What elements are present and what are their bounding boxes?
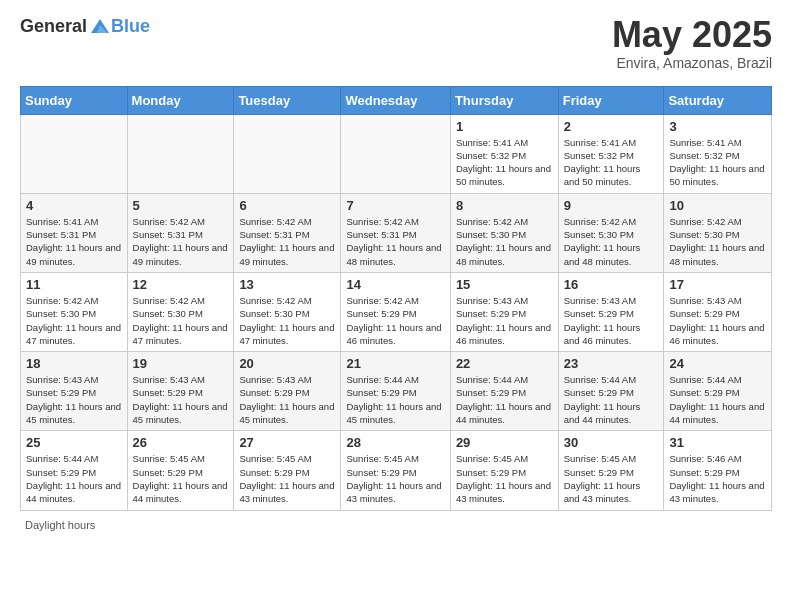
day-number: 18 xyxy=(26,356,122,371)
main-title: May 2025 xyxy=(612,15,772,55)
day-number: 13 xyxy=(239,277,335,292)
day-number: 24 xyxy=(669,356,766,371)
calendar-cell: 5Sunrise: 5:42 AM Sunset: 5:31 PM Daylig… xyxy=(127,193,234,272)
calendar-cell: 14Sunrise: 5:42 AM Sunset: 5:29 PM Dayli… xyxy=(341,272,450,351)
day-info: Sunrise: 5:42 AM Sunset: 5:31 PM Dayligh… xyxy=(346,215,444,268)
day-number: 17 xyxy=(669,277,766,292)
day-number: 12 xyxy=(133,277,229,292)
day-number: 7 xyxy=(346,198,444,213)
day-info: Sunrise: 5:41 AM Sunset: 5:32 PM Dayligh… xyxy=(669,136,766,189)
day-number: 8 xyxy=(456,198,553,213)
day-info: Sunrise: 5:43 AM Sunset: 5:29 PM Dayligh… xyxy=(26,373,122,426)
day-info: Sunrise: 5:42 AM Sunset: 5:30 PM Dayligh… xyxy=(456,215,553,268)
day-number: 23 xyxy=(564,356,659,371)
calendar-cell xyxy=(127,114,234,193)
calendar-cell: 3Sunrise: 5:41 AM Sunset: 5:32 PM Daylig… xyxy=(664,114,772,193)
day-number: 31 xyxy=(669,435,766,450)
calendar-week-row: 1Sunrise: 5:41 AM Sunset: 5:32 PM Daylig… xyxy=(21,114,772,193)
day-number: 2 xyxy=(564,119,659,134)
calendar-cell: 25Sunrise: 5:44 AM Sunset: 5:29 PM Dayli… xyxy=(21,431,128,510)
day-number: 30 xyxy=(564,435,659,450)
day-info: Sunrise: 5:44 AM Sunset: 5:29 PM Dayligh… xyxy=(456,373,553,426)
calendar-week-row: 4Sunrise: 5:41 AM Sunset: 5:31 PM Daylig… xyxy=(21,193,772,272)
day-number: 26 xyxy=(133,435,229,450)
calendar-week-row: 25Sunrise: 5:44 AM Sunset: 5:29 PM Dayli… xyxy=(21,431,772,510)
logo-text-blue: Blue xyxy=(111,16,150,37)
day-number: 14 xyxy=(346,277,444,292)
day-number: 21 xyxy=(346,356,444,371)
calendar-cell: 4Sunrise: 5:41 AM Sunset: 5:31 PM Daylig… xyxy=(21,193,128,272)
day-info: Sunrise: 5:44 AM Sunset: 5:29 PM Dayligh… xyxy=(669,373,766,426)
day-info: Sunrise: 5:45 AM Sunset: 5:29 PM Dayligh… xyxy=(239,452,335,505)
calendar-day-header: Friday xyxy=(558,86,664,114)
calendar-cell xyxy=(234,114,341,193)
day-info: Sunrise: 5:43 AM Sunset: 5:29 PM Dayligh… xyxy=(564,294,659,347)
day-info: Sunrise: 5:45 AM Sunset: 5:29 PM Dayligh… xyxy=(133,452,229,505)
logo-text-general: General xyxy=(20,16,87,37)
day-info: Sunrise: 5:44 AM Sunset: 5:29 PM Dayligh… xyxy=(26,452,122,505)
day-info: Sunrise: 5:41 AM Sunset: 5:32 PM Dayligh… xyxy=(456,136,553,189)
calendar-cell: 23Sunrise: 5:44 AM Sunset: 5:29 PM Dayli… xyxy=(558,352,664,431)
page: General Blue May 2025 Envira, Amazonas, … xyxy=(0,0,792,546)
day-number: 16 xyxy=(564,277,659,292)
day-info: Sunrise: 5:41 AM Sunset: 5:32 PM Dayligh… xyxy=(564,136,659,189)
calendar-cell: 29Sunrise: 5:45 AM Sunset: 5:29 PM Dayli… xyxy=(450,431,558,510)
day-info: Sunrise: 5:43 AM Sunset: 5:29 PM Dayligh… xyxy=(239,373,335,426)
subtitle: Envira, Amazonas, Brazil xyxy=(612,55,772,71)
calendar-cell: 22Sunrise: 5:44 AM Sunset: 5:29 PM Dayli… xyxy=(450,352,558,431)
calendar-cell: 10Sunrise: 5:42 AM Sunset: 5:30 PM Dayli… xyxy=(664,193,772,272)
calendar-cell: 6Sunrise: 5:42 AM Sunset: 5:31 PM Daylig… xyxy=(234,193,341,272)
day-info: Sunrise: 5:42 AM Sunset: 5:31 PM Dayligh… xyxy=(239,215,335,268)
footer-text: Daylight hours xyxy=(25,519,95,531)
day-info: Sunrise: 5:43 AM Sunset: 5:29 PM Dayligh… xyxy=(133,373,229,426)
day-number: 22 xyxy=(456,356,553,371)
day-info: Sunrise: 5:42 AM Sunset: 5:29 PM Dayligh… xyxy=(346,294,444,347)
calendar-cell: 28Sunrise: 5:45 AM Sunset: 5:29 PM Dayli… xyxy=(341,431,450,510)
day-info: Sunrise: 5:41 AM Sunset: 5:31 PM Dayligh… xyxy=(26,215,122,268)
day-info: Sunrise: 5:44 AM Sunset: 5:29 PM Dayligh… xyxy=(564,373,659,426)
calendar-cell xyxy=(21,114,128,193)
day-info: Sunrise: 5:42 AM Sunset: 5:30 PM Dayligh… xyxy=(133,294,229,347)
calendar-cell: 8Sunrise: 5:42 AM Sunset: 5:30 PM Daylig… xyxy=(450,193,558,272)
day-number: 4 xyxy=(26,198,122,213)
calendar-day-header: Sunday xyxy=(21,86,128,114)
day-info: Sunrise: 5:43 AM Sunset: 5:29 PM Dayligh… xyxy=(456,294,553,347)
calendar-week-row: 18Sunrise: 5:43 AM Sunset: 5:29 PM Dayli… xyxy=(21,352,772,431)
calendar-cell: 19Sunrise: 5:43 AM Sunset: 5:29 PM Dayli… xyxy=(127,352,234,431)
day-info: Sunrise: 5:42 AM Sunset: 5:30 PM Dayligh… xyxy=(564,215,659,268)
calendar-day-header: Wednesday xyxy=(341,86,450,114)
day-info: Sunrise: 5:43 AM Sunset: 5:29 PM Dayligh… xyxy=(669,294,766,347)
calendar-cell: 27Sunrise: 5:45 AM Sunset: 5:29 PM Dayli… xyxy=(234,431,341,510)
calendar-day-header: Monday xyxy=(127,86,234,114)
calendar-cell: 30Sunrise: 5:45 AM Sunset: 5:29 PM Dayli… xyxy=(558,431,664,510)
calendar-header-row: SundayMondayTuesdayWednesdayThursdayFrid… xyxy=(21,86,772,114)
day-info: Sunrise: 5:45 AM Sunset: 5:29 PM Dayligh… xyxy=(564,452,659,505)
day-number: 1 xyxy=(456,119,553,134)
calendar-cell xyxy=(341,114,450,193)
day-info: Sunrise: 5:42 AM Sunset: 5:30 PM Dayligh… xyxy=(26,294,122,347)
calendar-day-header: Tuesday xyxy=(234,86,341,114)
calendar-cell: 15Sunrise: 5:43 AM Sunset: 5:29 PM Dayli… xyxy=(450,272,558,351)
calendar-cell: 1Sunrise: 5:41 AM Sunset: 5:32 PM Daylig… xyxy=(450,114,558,193)
footer: Daylight hours xyxy=(20,519,772,531)
calendar-cell: 31Sunrise: 5:46 AM Sunset: 5:29 PM Dayli… xyxy=(664,431,772,510)
header: General Blue May 2025 Envira, Amazonas, … xyxy=(20,15,772,71)
day-number: 29 xyxy=(456,435,553,450)
calendar-cell: 12Sunrise: 5:42 AM Sunset: 5:30 PM Dayli… xyxy=(127,272,234,351)
day-number: 15 xyxy=(456,277,553,292)
day-info: Sunrise: 5:42 AM Sunset: 5:30 PM Dayligh… xyxy=(669,215,766,268)
day-number: 19 xyxy=(133,356,229,371)
calendar-cell: 18Sunrise: 5:43 AM Sunset: 5:29 PM Dayli… xyxy=(21,352,128,431)
day-number: 3 xyxy=(669,119,766,134)
day-info: Sunrise: 5:42 AM Sunset: 5:30 PM Dayligh… xyxy=(239,294,335,347)
day-number: 11 xyxy=(26,277,122,292)
logo-icon xyxy=(89,15,111,37)
day-number: 10 xyxy=(669,198,766,213)
calendar-cell: 16Sunrise: 5:43 AM Sunset: 5:29 PM Dayli… xyxy=(558,272,664,351)
day-number: 27 xyxy=(239,435,335,450)
calendar-cell: 24Sunrise: 5:44 AM Sunset: 5:29 PM Dayli… xyxy=(664,352,772,431)
day-info: Sunrise: 5:45 AM Sunset: 5:29 PM Dayligh… xyxy=(456,452,553,505)
calendar-cell: 9Sunrise: 5:42 AM Sunset: 5:30 PM Daylig… xyxy=(558,193,664,272)
day-number: 25 xyxy=(26,435,122,450)
calendar-day-header: Thursday xyxy=(450,86,558,114)
